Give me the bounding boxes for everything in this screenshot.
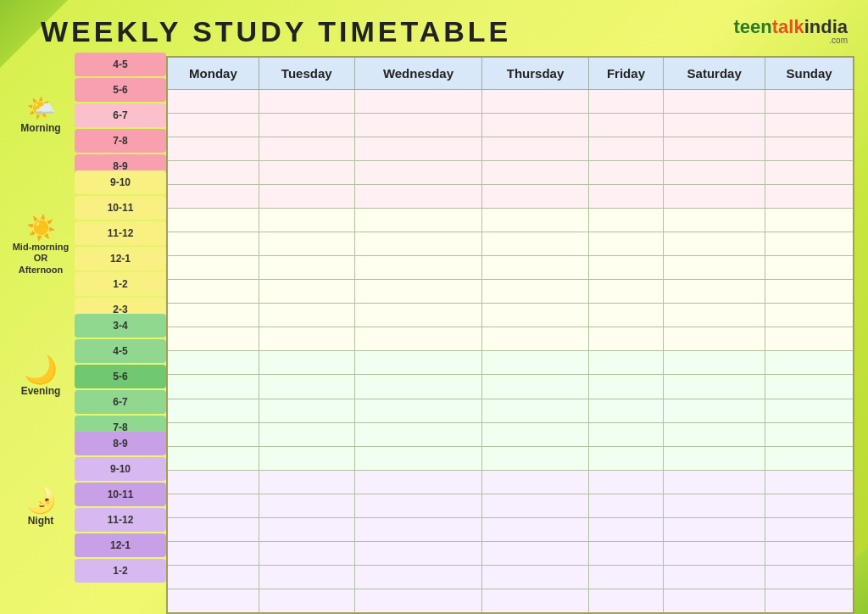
cell[interactable] — [259, 494, 354, 517]
cell[interactable] — [482, 256, 588, 280]
cell[interactable] — [765, 470, 854, 494]
cell[interactable] — [167, 160, 259, 184]
cell[interactable] — [167, 446, 259, 470]
cell[interactable] — [259, 399, 354, 422]
cell[interactable] — [167, 589, 259, 613]
cell[interactable] — [259, 89, 354, 113]
cell[interactable] — [354, 89, 482, 113]
cell[interactable] — [354, 304, 482, 327]
cell[interactable] — [482, 280, 588, 304]
cell[interactable] — [167, 304, 259, 327]
cell[interactable] — [167, 89, 259, 113]
cell[interactable] — [482, 517, 588, 541]
cell[interactable] — [765, 375, 854, 399]
cell[interactable] — [588, 304, 663, 327]
cell[interactable] — [588, 517, 663, 541]
cell[interactable] — [765, 422, 854, 446]
cell[interactable] — [167, 113, 259, 137]
cell[interactable] — [765, 280, 854, 304]
cell[interactable] — [664, 589, 765, 613]
cell[interactable] — [588, 422, 663, 446]
cell[interactable] — [259, 184, 354, 208]
cell[interactable] — [259, 280, 354, 304]
cell[interactable] — [765, 399, 854, 422]
cell[interactable] — [354, 399, 482, 422]
cell[interactable] — [354, 517, 482, 541]
cell[interactable] — [167, 137, 259, 160]
cell[interactable] — [765, 351, 854, 375]
cell[interactable] — [765, 304, 854, 327]
cell[interactable] — [482, 589, 588, 613]
cell[interactable] — [482, 494, 588, 517]
cell[interactable] — [354, 422, 482, 446]
cell[interactable] — [354, 327, 482, 351]
cell[interactable] — [765, 184, 854, 208]
cell[interactable] — [259, 232, 354, 255]
cell[interactable] — [167, 327, 259, 351]
cell[interactable] — [482, 541, 588, 565]
cell[interactable] — [765, 589, 854, 613]
cell[interactable] — [765, 541, 854, 565]
cell[interactable] — [354, 446, 482, 470]
cell[interactable] — [259, 517, 354, 541]
cell[interactable] — [354, 280, 482, 304]
cell[interactable] — [664, 280, 765, 304]
cell[interactable] — [765, 160, 854, 184]
cell[interactable] — [588, 470, 663, 494]
cell[interactable] — [664, 304, 765, 327]
cell[interactable] — [259, 375, 354, 399]
cell[interactable] — [259, 304, 354, 327]
cell[interactable] — [482, 399, 588, 422]
cell[interactable] — [664, 232, 765, 255]
cell[interactable] — [765, 327, 854, 351]
cell[interactable] — [167, 399, 259, 422]
cell[interactable] — [588, 232, 663, 255]
cell[interactable] — [354, 541, 482, 565]
cell[interactable] — [664, 494, 765, 517]
cell[interactable] — [259, 256, 354, 280]
cell[interactable] — [664, 160, 765, 184]
cell[interactable] — [167, 256, 259, 280]
cell[interactable] — [765, 113, 854, 137]
cell[interactable] — [664, 89, 765, 113]
cell[interactable] — [259, 160, 354, 184]
cell[interactable] — [482, 446, 588, 470]
cell[interactable] — [354, 232, 482, 255]
cell[interactable] — [765, 208, 854, 232]
cell[interactable] — [482, 184, 588, 208]
cell[interactable] — [354, 160, 482, 184]
cell[interactable] — [259, 446, 354, 470]
cell[interactable] — [588, 399, 663, 422]
cell[interactable] — [167, 184, 259, 208]
cell[interactable] — [588, 494, 663, 517]
cell[interactable] — [259, 137, 354, 160]
cell[interactable] — [664, 327, 765, 351]
cell[interactable] — [664, 256, 765, 280]
cell[interactable] — [664, 470, 765, 494]
cell[interactable] — [765, 566, 854, 589]
cell[interactable] — [588, 256, 663, 280]
cell[interactable] — [588, 280, 663, 304]
cell[interactable] — [167, 517, 259, 541]
cell[interactable] — [167, 541, 259, 565]
cell[interactable] — [354, 208, 482, 232]
cell[interactable] — [259, 541, 354, 565]
cell[interactable] — [664, 351, 765, 375]
cell[interactable] — [482, 113, 588, 137]
cell[interactable] — [664, 137, 765, 160]
cell[interactable] — [167, 422, 259, 446]
cell[interactable] — [167, 470, 259, 494]
cell[interactable] — [588, 375, 663, 399]
cell[interactable] — [259, 327, 354, 351]
cell[interactable] — [588, 589, 663, 613]
cell[interactable] — [167, 494, 259, 517]
cell[interactable] — [664, 517, 765, 541]
cell[interactable] — [354, 566, 482, 589]
cell[interactable] — [167, 280, 259, 304]
cell[interactable] — [765, 517, 854, 541]
cell[interactable] — [588, 208, 663, 232]
cell[interactable] — [765, 137, 854, 160]
cell[interactable] — [765, 232, 854, 255]
cell[interactable] — [354, 184, 482, 208]
cell[interactable] — [167, 208, 259, 232]
